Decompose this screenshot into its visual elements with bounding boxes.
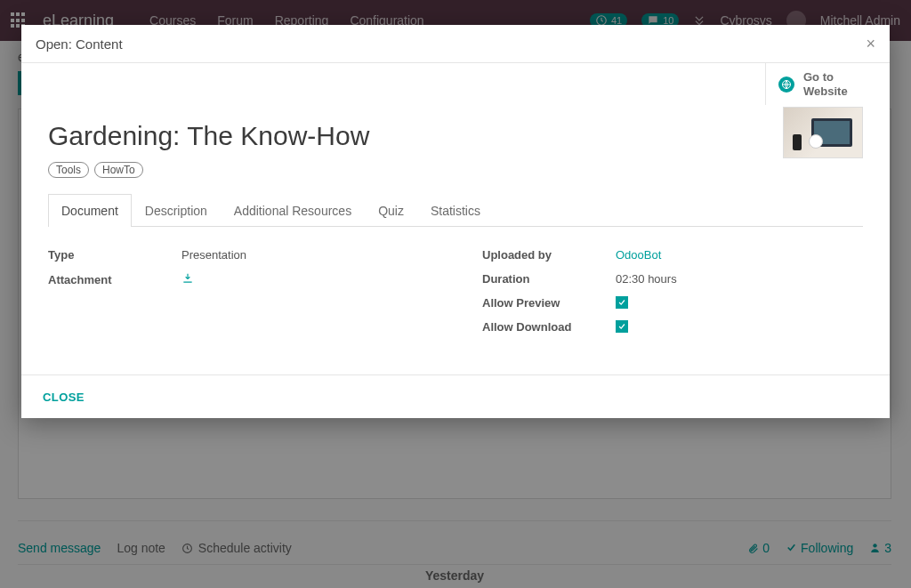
modal-body: Gardening: The Know-How Tools HowTo Docu…: [21, 105, 890, 375]
modal-title: Open: Content: [36, 36, 123, 52]
document-form: Type Presentation Attachment Uploaded by…: [48, 243, 863, 339]
tag-howto[interactable]: HowTo: [94, 162, 143, 178]
checkbox-checked-icon: [616, 296, 628, 309]
value-allow-download[interactable]: [616, 320, 628, 334]
form-col-left: Type Presentation Attachment: [48, 243, 429, 339]
label-type: Type: [48, 248, 181, 262]
go-to-website-label: Go to Website: [803, 70, 877, 98]
label-allow-preview: Allow Preview: [482, 296, 616, 310]
content-modal: Open: Content × Go to Website Gardening:…: [21, 25, 890, 418]
tab-document[interactable]: Document: [48, 194, 132, 227]
checkbox-checked-icon: [616, 320, 628, 333]
tab-description[interactable]: Description: [132, 194, 221, 227]
label-uploaded-by: Uploaded by: [482, 248, 616, 262]
value-duration: 02:30 hours: [616, 272, 677, 286]
tag-tools[interactable]: Tools: [48, 162, 89, 178]
record-thumbnail: [783, 107, 863, 158]
label-duration: Duration: [482, 272, 616, 286]
label-allow-download: Allow Download: [482, 320, 616, 334]
field-allow-download: Allow Download: [482, 315, 863, 339]
close-icon: ×: [866, 35, 875, 52]
record-title: Gardening: The Know-How: [48, 121, 863, 151]
tab-statistics[interactable]: Statistics: [417, 194, 494, 227]
go-to-website-button[interactable]: Go to Website: [765, 63, 890, 105]
record-tags: Tools HowTo: [48, 162, 863, 178]
modal-footer: CLOSE: [21, 375, 890, 418]
download-icon: [181, 272, 194, 285]
field-attachment: Attachment: [48, 267, 429, 293]
label-attachment: Attachment: [48, 273, 181, 286]
value-type: Presentation: [181, 248, 246, 262]
attachment-download-button[interactable]: [181, 272, 194, 287]
tabs: Document Description Additional Resource…: [48, 194, 863, 227]
field-type: Type Presentation: [48, 243, 429, 267]
field-duration: Duration 02:30 hours: [482, 267, 863, 291]
modal-close-button[interactable]: ×: [866, 36, 875, 52]
value-allow-preview[interactable]: [616, 296, 628, 310]
tab-additional-resources[interactable]: Additional Resources: [221, 194, 365, 227]
close-button[interactable]: CLOSE: [43, 391, 85, 404]
modal-header: Open: Content ×: [21, 25, 890, 62]
modal-topstrip: Go to Website: [21, 62, 890, 105]
field-allow-preview: Allow Preview: [482, 291, 863, 315]
form-col-right: Uploaded by OdooBot Duration 02:30 hours…: [482, 243, 863, 339]
value-uploaded-by[interactable]: OdooBot: [616, 248, 661, 262]
field-uploaded-by: Uploaded by OdooBot: [482, 243, 863, 267]
globe-icon: [778, 77, 794, 93]
tab-quiz[interactable]: Quiz: [365, 194, 417, 227]
